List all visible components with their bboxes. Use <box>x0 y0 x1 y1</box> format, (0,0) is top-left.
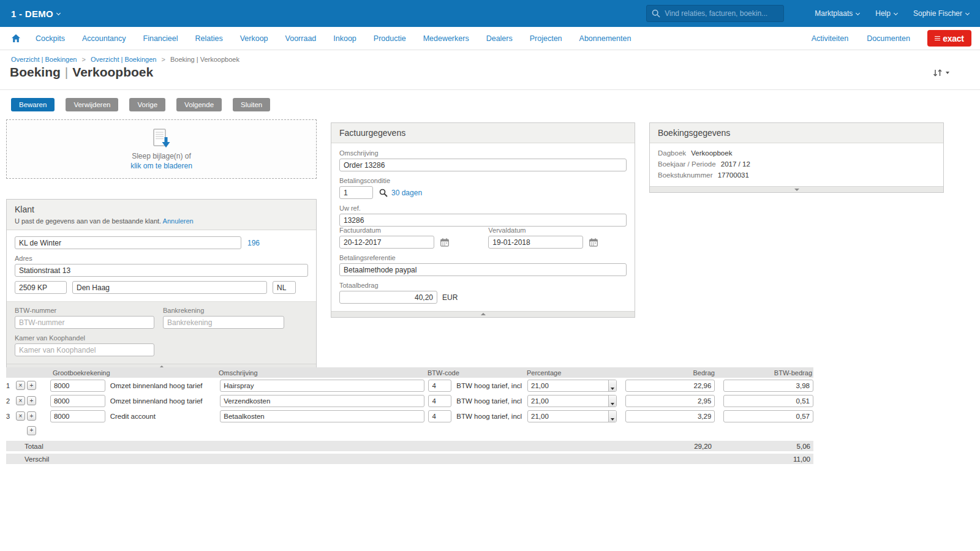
betalingsreferentie-label: Betalingsreferentie <box>339 254 627 261</box>
nav-medewerkers[interactable]: Medewerkers <box>423 34 469 43</box>
grootboek-input[interactable] <box>50 410 105 422</box>
nav-projecten[interactable]: Projecten <box>530 34 562 43</box>
attachment-dropzone[interactable]: Sleep bijlage(n) of klik om te bladeren <box>6 119 317 179</box>
bedrag-input[interactable] <box>625 395 715 407</box>
btw-code-input[interactable] <box>428 395 451 407</box>
conditie-dagen-link[interactable]: 30 dagen <box>391 189 422 197</box>
omschrijving-input[interactable] <box>339 159 627 171</box>
browse-files-link[interactable]: klik om te bladeren <box>130 162 192 170</box>
previous-button[interactable]: Vorige <box>129 98 165 111</box>
btw-bedrag-input[interactable] <box>723 395 813 407</box>
bedrag-input[interactable] <box>625 410 715 422</box>
division-selector[interactable]: 1 - DEMO <box>11 9 60 19</box>
search-input[interactable] <box>665 9 778 18</box>
bankrekening-input[interactable] <box>163 316 284 329</box>
delete-row-button[interactable]: × <box>16 396 25 405</box>
uwref-input[interactable] <box>339 214 627 227</box>
nav-abonnementen[interactable]: Abonnementen <box>579 34 631 43</box>
klant-naam-input[interactable] <box>15 236 241 249</box>
percentage-select[interactable]: 21,00 <box>527 380 617 392</box>
breadcrumb-link-2[interactable]: Overzicht | Boekingen <box>91 56 156 63</box>
chevron-up-icon <box>481 313 486 315</box>
klant-extra-section: BTW-nummer Bankrekening Kamer van Koopha… <box>7 301 316 364</box>
title-pipe: | <box>65 65 68 79</box>
nav-financieel[interactable]: Financieel <box>143 34 178 43</box>
sort-icon <box>933 69 943 77</box>
grootboek-naam: Credit account <box>110 413 221 420</box>
factuur-collapse-toggle[interactable] <box>331 311 635 317</box>
menu-marktplaats[interactable]: Marktplaats <box>815 9 859 18</box>
klant-title: Klant <box>15 204 308 214</box>
klant-notice: U past de gegevens aan van de bestaande … <box>15 217 308 225</box>
omschrijving-regel-input[interactable] <box>220 410 424 422</box>
boeking-expand-toggle[interactable] <box>650 186 943 192</box>
btw-bedrag-input[interactable] <box>723 410 813 422</box>
vervaldatum-calendar-button[interactable] <box>589 238 598 247</box>
omschrijving-regel-input[interactable] <box>220 380 424 392</box>
nav-verkoop[interactable]: Verkoop <box>240 34 268 43</box>
factuur-header: Factuurgegevens <box>331 123 635 143</box>
percentage-select[interactable]: 21,00 <box>527 395 617 407</box>
btw-nummer-input[interactable] <box>15 316 154 329</box>
percentage-value: 21,00 <box>528 397 608 405</box>
close-button[interactable]: Sluiten <box>233 98 270 111</box>
boekingsregels-table: Grootboekrekening Omschrijving BTW-code … <box>6 367 813 464</box>
nav-voorraad[interactable]: Voorraad <box>285 34 317 43</box>
delete-row-button[interactable]: × <box>16 381 25 390</box>
grootboek-input[interactable] <box>50 395 105 407</box>
boekjaar-row: Boekjaar / Periode 2017 / 12 <box>658 160 935 168</box>
btw-code-input[interactable] <box>428 410 451 422</box>
nav-relaties[interactable]: Relaties <box>195 34 223 43</box>
table-header: Grootboekrekening Omschrijving BTW-code … <box>6 367 813 378</box>
betalingsconditie-input[interactable] <box>339 186 373 199</box>
omschrijving-regel-input[interactable] <box>220 395 424 407</box>
kvk-input[interactable] <box>15 343 154 356</box>
nav-cockpits[interactable]: Cockpits <box>36 34 65 43</box>
save-button[interactable]: Bewaren <box>11 98 55 111</box>
menu-user[interactable]: Sophie Fischer <box>913 9 969 18</box>
toolbar: Bewaren Verwijderen Vorige Volgende Slui… <box>11 98 281 111</box>
delete-row-button[interactable]: × <box>16 411 25 421</box>
plaats-input[interactable] <box>72 281 267 294</box>
factuurdatum-input[interactable] <box>339 236 434 249</box>
insert-row-button[interactable]: + <box>27 381 36 390</box>
nav-documenten[interactable]: Documenten <box>867 34 910 43</box>
delete-button[interactable]: Verwijderen <box>66 98 118 111</box>
vervaldatum-input[interactable] <box>488 236 583 249</box>
dagboek-row: Dagboek Verkoopboek <box>658 149 935 157</box>
factuurdatum-calendar-button[interactable] <box>440 238 449 247</box>
totaal-btw-bedrag: 5,06 <box>723 443 813 450</box>
menu-help[interactable]: Help <box>875 9 897 18</box>
global-search[interactable] <box>646 5 784 22</box>
annuleren-link[interactable]: Annuleren <box>163 217 194 225</box>
postcode-input[interactable] <box>15 281 67 294</box>
nav-dealers[interactable]: Dealers <box>486 34 513 43</box>
insert-row-button[interactable]: + <box>27 411 36 421</box>
header-bedrag: Bedrag <box>625 369 715 377</box>
percentage-select[interactable]: 21,00 <box>527 410 617 422</box>
search-icon <box>652 9 660 18</box>
sort-options-button[interactable] <box>933 69 949 77</box>
totaalbedrag-input[interactable] <box>339 291 437 304</box>
relatienummer-link[interactable]: 196 <box>247 239 260 247</box>
header-btw-bedrag: BTW-bedrag <box>723 369 813 377</box>
land-input[interactable] <box>273 281 296 294</box>
nav-accountancy[interactable]: Accountancy <box>82 34 126 43</box>
breadcrumb-link-1[interactable]: Overzicht | Boekingen <box>11 56 77 63</box>
lookup-button[interactable] <box>379 189 388 197</box>
grootboek-input[interactable] <box>50 380 105 392</box>
adres-input[interactable] <box>15 264 308 277</box>
btw-bedrag-input[interactable] <box>723 380 813 392</box>
nav-productie[interactable]: Productie <box>374 34 406 43</box>
insert-row-button[interactable]: + <box>27 396 36 405</box>
chevron-down-icon <box>894 10 898 15</box>
btw-code-input[interactable] <box>428 380 451 392</box>
nav-inkoop[interactable]: Inkoop <box>333 34 356 43</box>
add-row-button[interactable]: + <box>27 426 36 435</box>
next-button[interactable]: Volgende <box>176 98 222 111</box>
exact-logo[interactable]: exact <box>927 30 971 47</box>
betalingsreferentie-input[interactable] <box>339 263 627 276</box>
nav-activiteiten[interactable]: Activiteiten <box>812 34 848 43</box>
bedrag-input[interactable] <box>625 380 715 392</box>
nav-home[interactable] <box>11 34 21 43</box>
